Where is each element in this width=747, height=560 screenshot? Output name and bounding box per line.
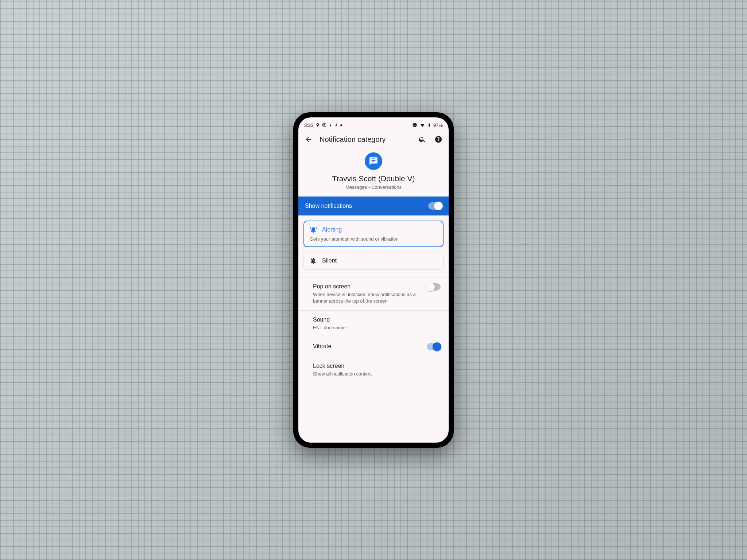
help-button[interactable] bbox=[433, 134, 444, 144]
sound-title: Sound bbox=[313, 316, 441, 323]
back-button[interactable] bbox=[303, 134, 314, 144]
battery-icon bbox=[427, 122, 431, 128]
page-title: Notification category bbox=[320, 135, 411, 144]
phone-frame: 3:23 bbox=[293, 112, 454, 448]
more-icon bbox=[340, 124, 342, 126]
sound-row[interactable]: Sound ENT doorchime bbox=[298, 311, 449, 337]
location-icon bbox=[316, 123, 320, 127]
sound-sub: ENT doorchime bbox=[313, 324, 441, 331]
vibrate-title: Vibrate bbox=[313, 343, 420, 350]
silent-option[interactable]: Silent bbox=[303, 252, 444, 270]
pop-on-screen-row[interactable]: Pop on screen When device is unlocked, s… bbox=[298, 277, 449, 310]
lock-screen-sub: Show all notification content bbox=[313, 371, 441, 377]
status-time: 3:23 bbox=[304, 122, 313, 128]
pop-toggle[interactable] bbox=[427, 283, 441, 291]
instagram-icon bbox=[322, 123, 326, 127]
contact-name: Travvis Scott (Double V) bbox=[304, 174, 443, 183]
pop-sub: When device is unlocked, show notificati… bbox=[313, 291, 420, 304]
wifi-icon bbox=[419, 122, 425, 128]
svg-rect-4 bbox=[413, 125, 416, 125]
svg-point-1 bbox=[324, 124, 325, 126]
silent-title: Silent bbox=[322, 257, 337, 264]
contact-subtitle: Messages • Conversations bbox=[304, 184, 443, 190]
show-notifications-toggle[interactable] bbox=[428, 202, 442, 210]
alerting-title: Alerting bbox=[322, 226, 342, 233]
bell-off-icon bbox=[310, 257, 317, 264]
behavior-options: Alerting Gets your attention with sound … bbox=[298, 215, 449, 277]
show-notifications-label: Show notifications bbox=[305, 203, 352, 209]
vibrate-row[interactable]: Vibrate bbox=[298, 337, 449, 357]
vibrate-toggle[interactable] bbox=[427, 343, 441, 350]
lock-screen-title: Lock screen bbox=[313, 363, 441, 369]
lock-screen-row[interactable]: Lock screen Show all notification conten… bbox=[298, 357, 449, 379]
battery-percent: 97% bbox=[433, 122, 443, 128]
dnd-icon bbox=[412, 122, 417, 128]
search-button[interactable] bbox=[417, 134, 427, 144]
music-icon-2 bbox=[334, 123, 338, 127]
app-bar: Notification category bbox=[298, 131, 449, 149]
alerting-desc: Gets your attention with sound or vibrat… bbox=[310, 236, 437, 242]
settings-list: Pop on screen When device is unlocked, s… bbox=[298, 277, 449, 382]
bell-ring-icon bbox=[310, 226, 317, 233]
contact-header: Travvis Scott (Double V) Messages • Conv… bbox=[298, 149, 449, 197]
alerting-option[interactable]: Alerting Gets your attention with sound … bbox=[303, 221, 444, 247]
pop-title: Pop on screen bbox=[313, 283, 420, 290]
svg-point-2 bbox=[325, 124, 326, 124]
show-notifications-row[interactable]: Show notifications bbox=[298, 197, 449, 215]
music-icon bbox=[329, 123, 332, 127]
status-bar: 3:23 bbox=[298, 120, 449, 131]
messages-app-icon bbox=[365, 152, 382, 170]
screen: 3:23 bbox=[298, 117, 449, 443]
